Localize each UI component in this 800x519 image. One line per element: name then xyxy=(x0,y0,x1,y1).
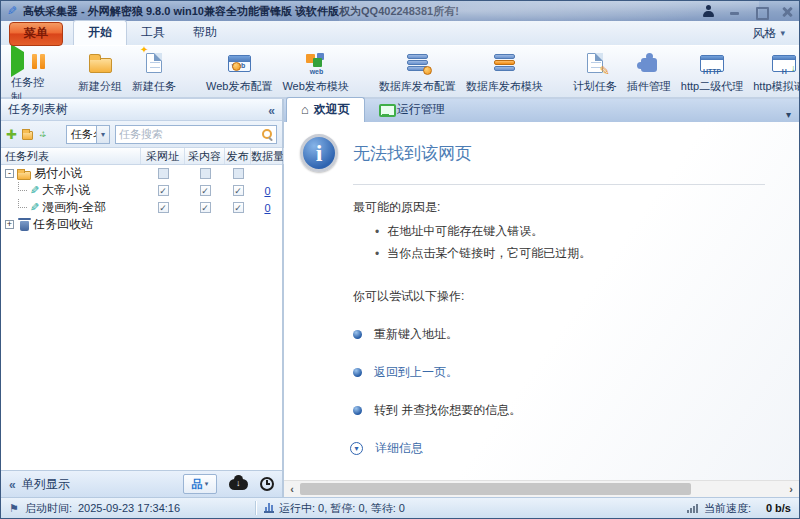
home-icon xyxy=(301,103,309,117)
db-publish-config-button[interactable]: 数据库发布配置 xyxy=(374,50,461,95)
action-item: 详细信息 xyxy=(353,440,765,457)
col-data-count[interactable]: 数据量 xyxy=(251,148,284,164)
details-link[interactable]: 详细信息 xyxy=(375,440,423,457)
chevron-down-icon[interactable] xyxy=(96,126,109,143)
ribbon-group-task-control: 任务控制 xyxy=(1,46,63,97)
content-tabbar: 欢迎页 运行管理 xyxy=(284,99,799,122)
checkbox-collect-url[interactable] xyxy=(158,168,169,179)
collapse-panel-icon[interactable] xyxy=(268,101,275,119)
action-text: 重新键入地址。 xyxy=(374,326,458,343)
tree-connector xyxy=(18,182,27,191)
divider xyxy=(353,184,765,185)
data-count-link[interactable]: 0 xyxy=(264,185,270,197)
new-group-button[interactable]: 新建分组 xyxy=(73,50,127,95)
data-count-link[interactable]: 0 xyxy=(264,202,270,214)
checkbox-collect-url[interactable] xyxy=(158,202,169,213)
task-label: 漫画狗-全部 xyxy=(42,199,106,216)
search-icon[interactable] xyxy=(261,128,273,140)
tab-start[interactable]: 开始 xyxy=(73,20,127,45)
tab-overflow-icon[interactable] xyxy=(786,104,791,122)
causes-heading: 最可能的原因是: xyxy=(353,199,765,216)
view-mode-button[interactable]: 品 xyxy=(183,474,217,494)
menu-button[interactable]: 菜单 xyxy=(9,22,63,46)
col-collect-content[interactable]: 采内容 xyxy=(185,148,225,164)
add-icon[interactable]: ✚ xyxy=(6,128,17,141)
task-search-input[interactable] xyxy=(119,128,261,140)
expand-details-icon[interactable] xyxy=(350,442,363,455)
clock-icon[interactable] xyxy=(260,477,274,491)
scroll-right-icon[interactable] xyxy=(783,481,799,497)
recycle-bin-icon xyxy=(20,221,29,231)
menubar: 菜单 开始 工具 帮助 风格 xyxy=(1,21,799,45)
scroll-left-icon[interactable] xyxy=(284,481,300,497)
cause-item: 在地址中可能存在键入错误。 xyxy=(375,223,765,240)
new-group-folder-icon xyxy=(89,58,112,73)
tree-row-task[interactable]: ✎漫画狗-全部 0 xyxy=(1,199,282,216)
web-publish-module-icon: web xyxy=(304,53,328,73)
schedule-task-button[interactable]: ✎ 计划任务 xyxy=(568,50,622,95)
checkbox-publish[interactable] xyxy=(233,202,244,213)
checkbox-collect-content[interactable] xyxy=(200,185,211,196)
chart-bars-icon xyxy=(264,503,274,513)
tab-tools[interactable]: 工具 xyxy=(127,21,179,45)
plugin-manage-button[interactable]: 插件管理 xyxy=(622,50,676,95)
group-label: 易付小说 xyxy=(34,165,82,182)
new-task-button[interactable]: 新建任务 xyxy=(127,50,181,95)
cloud-download-icon[interactable] xyxy=(229,479,248,490)
play-icon xyxy=(11,44,24,77)
task-tree: - 易付小说 ✎大帝小说 0 ✎漫画狗-全部 xyxy=(1,165,282,470)
tab-help[interactable]: 帮助 xyxy=(179,21,231,45)
http-request-icon: H↓ xyxy=(772,55,796,72)
info-icon xyxy=(300,134,338,172)
pause-icon xyxy=(32,54,45,69)
speed-value: 0 b/s xyxy=(757,502,791,514)
minimize-button[interactable] xyxy=(729,6,741,17)
style-dropdown-button[interactable]: 风格 xyxy=(752,25,785,42)
maximize-button[interactable] xyxy=(755,6,767,17)
horizontal-scrollbar[interactable] xyxy=(284,480,799,497)
signal-bars-icon xyxy=(687,504,698,513)
plugin-manage-icon xyxy=(641,58,657,72)
monitor-icon xyxy=(379,104,392,115)
tree-row-group[interactable]: - 易付小说 xyxy=(1,165,282,182)
http-proxy-button[interactable]: HTTP http二级代理 xyxy=(676,50,748,95)
checkbox-publish[interactable] xyxy=(233,185,244,196)
tree-row-recycle-bin[interactable]: +任务回收站 xyxy=(1,216,282,233)
expand-all-icon[interactable] xyxy=(38,128,47,140)
folder-icon[interactable] xyxy=(22,131,33,140)
expand-expander-icon[interactable]: + xyxy=(5,220,14,229)
db-publish-module-button[interactable]: 数据库发布模块 xyxy=(461,50,548,95)
col-publish[interactable]: 发布 xyxy=(225,148,251,164)
start-time-label: 启动时间: xyxy=(25,501,72,516)
task-icon: ✎ xyxy=(30,184,39,197)
main-area: 任务列表树 ✚ 任务名 任务列表 采网址 采内容 发 xyxy=(1,99,799,497)
task-tree-footer: 单列显示 品 xyxy=(1,470,282,497)
close-button[interactable] xyxy=(781,6,793,17)
checkbox-collect-url[interactable] xyxy=(158,185,169,196)
http-request-button[interactable]: H↓ http模拟请求 xyxy=(748,50,800,95)
filter-field-dropdown[interactable]: 任务名 xyxy=(66,125,110,144)
task-tree-title: 任务列表树 xyxy=(8,101,68,118)
user-account-icon[interactable] xyxy=(702,5,715,17)
back-link[interactable]: 返回到上一页。 xyxy=(374,364,458,381)
display-mode-label: 单列显示 xyxy=(22,476,70,493)
col-collect-url[interactable]: 采网址 xyxy=(141,148,185,164)
run-stats-text: 运行中: 0, 暂停: 0, 等待: 0 xyxy=(279,501,405,516)
checkbox-collect-content[interactable] xyxy=(200,202,211,213)
collapse-expander-icon[interactable]: - xyxy=(5,169,14,178)
pause-task-button[interactable] xyxy=(32,54,45,69)
checkbox-collect-content[interactable] xyxy=(200,168,211,179)
col-task-list[interactable]: 任务列表 xyxy=(1,148,141,164)
tab-run-management[interactable]: 运行管理 xyxy=(365,98,459,122)
tree-row-task[interactable]: ✎大帝小说 0 xyxy=(1,182,282,199)
collapse-footer-icon[interactable] xyxy=(9,475,16,493)
action-text: 转到 并查找你想要的信息。 xyxy=(374,402,521,419)
task-tree-header: 任务列表树 xyxy=(1,99,282,121)
tab-welcome[interactable]: 欢迎页 xyxy=(286,97,365,122)
statusbar: 启动时间: 2025-09-23 17:34:16 运行中: 0, 暂停: 0,… xyxy=(1,497,799,518)
scrollbar-thumb[interactable] xyxy=(300,483,691,495)
web-publish-module-button[interactable]: web Web发布模块 xyxy=(277,50,353,95)
checkbox-publish[interactable] xyxy=(233,168,244,179)
web-publish-config-button[interactable]: web Web发布配置 xyxy=(201,50,277,95)
start-task-button[interactable] xyxy=(11,52,24,70)
